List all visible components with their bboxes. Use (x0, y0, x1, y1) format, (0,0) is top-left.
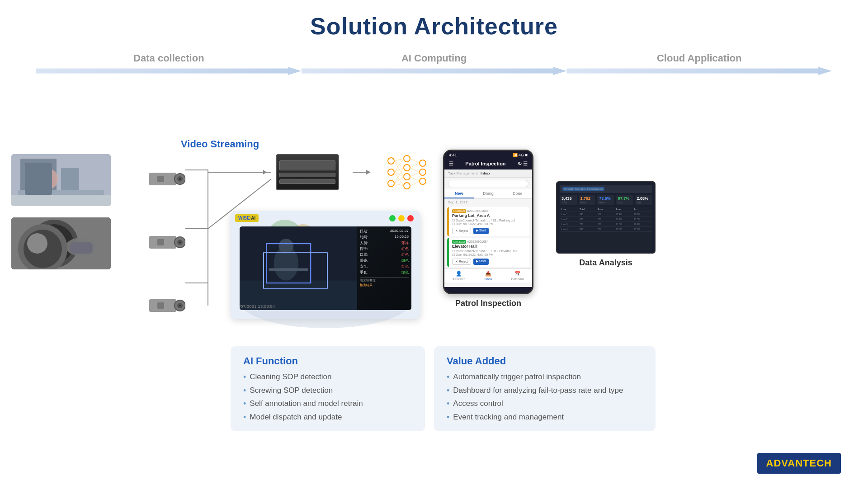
ai-function-item-2: Screwing SOP detection (243, 386, 412, 396)
svg-line-51 (394, 161, 404, 168)
server-unit (276, 154, 339, 190)
svg-rect-29 (157, 302, 164, 309)
cameras-column (149, 159, 185, 326)
svg-line-61 (410, 163, 420, 168)
metric-fail: 2.08% Fail (635, 195, 652, 205)
neural-network-icon (384, 152, 429, 193)
camera-3 (149, 285, 185, 326)
svg-line-58 (394, 177, 404, 184)
mobile-app-header: ☰ Patrol Inspection ↻ ☰ (444, 159, 532, 170)
svg-rect-24 (157, 239, 164, 245)
svg-rect-19 (157, 176, 164, 182)
metric-rate-label: Rate (599, 201, 613, 204)
mobile-header-icons: ↻ ☰ (518, 161, 528, 167)
svg-rect-2 (25, 163, 34, 177)
video-screen: 09/07/2021 13:08:54 日期:2020-02-07 时间:15:… (240, 226, 411, 310)
server-slot-2 (279, 173, 335, 177)
value-added-section: Value Added Automatically trigger patrol… (434, 346, 656, 431)
camera-1 (149, 159, 185, 199)
card1-start-btn[interactable]: ▶ Start (473, 228, 489, 234)
svg-rect-1 (20, 159, 57, 199)
value-added-list: Automatically trigger patrol inspection … (447, 372, 643, 422)
dot-green (389, 215, 396, 221)
mobile-date: Sep 1, 2022 (444, 199, 532, 206)
arrow-ai-computing: AI Computing (302, 52, 567, 75)
mobile-search-bar[interactable] (448, 180, 528, 187)
arrow-to-neural (353, 165, 371, 179)
card1-title: Parking Lot_Area A (452, 213, 526, 218)
metric-fail-val: 2.08% (637, 196, 650, 201)
dash-row-header: Line Total Pass Rate Acc (560, 207, 652, 212)
photos-column (11, 154, 111, 269)
card2-due: ☐ Due: 9/1/2022, 4:00:00 PM (452, 253, 526, 257)
svg-rect-7 (11, 195, 111, 206)
card2-sub: ☐ DataConnect-Tenant / ... / B1 / Elevat… (452, 250, 526, 253)
server-slot-3 (279, 179, 335, 184)
data-analysis-label: Data Analysis (579, 258, 632, 268)
metric-rate-val: 73.5% (599, 196, 613, 201)
svg-point-47 (420, 160, 426, 166)
arrow-bar-3 (566, 67, 832, 75)
mobile-body: Task Management Inbox New Doing Done Sep… (444, 170, 532, 287)
arrow-bar-2 (302, 67, 567, 75)
svg-point-41 (388, 169, 394, 175)
camera-2 (149, 222, 185, 263)
ai-function-item-1: Cleaning SOP detection (243, 372, 412, 382)
mobile-menu-icon: ☰ (449, 161, 453, 167)
metric-acc-label: Acc (618, 201, 632, 204)
nav-calendar[interactable]: 📅 Calendar (503, 271, 532, 281)
photo-industrial (11, 154, 111, 206)
ai-computing-label: AI Computing (401, 52, 467, 64)
photo1-placeholder (11, 154, 111, 206)
svg-point-18 (179, 178, 181, 180)
video-frame-container: WISE·AI (231, 211, 420, 319)
svg-point-71 (278, 239, 293, 254)
svg-line-64 (410, 177, 420, 181)
card1-reject-btn[interactable]: ✕ Reject (452, 228, 471, 234)
card2-start-btn[interactable]: ▶ Start (473, 259, 489, 265)
metric-acc: 97.7% Acc (616, 195, 633, 205)
svg-point-23 (179, 241, 181, 243)
card2-reject-btn[interactable]: ✕ Reject (452, 259, 471, 265)
photo-wheel (11, 217, 111, 269)
card2-title: Elevator Hall (452, 244, 526, 249)
nav-inbox[interactable]: 📥 Inbox (474, 271, 503, 281)
wise-badge: WISE·AI (235, 214, 259, 222)
patrol-section: 4:41 📶 4G ■ ☰ Patrol Inspection ↻ ☰ Task… (443, 150, 533, 308)
value-item-4: Event tracking and management (447, 413, 643, 423)
metric-pass-label: Pass (580, 201, 594, 204)
metric-total: 3,435 Total (560, 195, 577, 205)
logo-suffix: VANTECH (781, 457, 832, 469)
svg-text:09/07/2021 13:08:54: 09/07/2021 13:08:54 (240, 304, 275, 309)
tab-doing[interactable]: Doing (474, 189, 503, 198)
arrow-cloud-app: Cloud Application (566, 52, 832, 75)
patrol-label: Patrol Inspection (455, 299, 521, 308)
video-streaming-label: Video Streaming (181, 138, 259, 150)
tab-done[interactable]: Done (503, 189, 532, 198)
photo2-placeholder (11, 217, 111, 269)
svg-point-48 (420, 169, 426, 175)
dash-row-1: Line 1 845 612 72.4% 98.1% (560, 212, 652, 217)
page-title: Solution Architecture (0, 0, 868, 40)
tab-new[interactable]: New (444, 189, 474, 198)
dash-table: Line Total Pass Rate Acc Line 1 845 612 … (560, 207, 652, 250)
ai-function-item-4: Model dispatch and update (243, 413, 412, 423)
video-streaming-section: Video Streaming (181, 138, 259, 152)
metric-total-val: 3,435 (561, 196, 575, 201)
video-main-area: 09/07/2021 13:08:54 (240, 226, 357, 310)
advantech-logo: ADVANTECH (757, 453, 841, 474)
svg-line-62 (410, 168, 420, 172)
nav-assignee[interactable]: 👤 Assignee (444, 271, 474, 281)
value-item-1: Automatically trigger patrol inspection (447, 372, 643, 382)
svg-point-6 (42, 169, 58, 189)
video-info-panel: 日期:2020-02-07 时间:15:05:26 人员:张祥 帽子:红色 口罩… (357, 226, 411, 310)
svg-point-44 (404, 165, 410, 171)
svg-point-49 (420, 178, 426, 184)
video-section: WISE·AI (231, 211, 420, 327)
metric-rate: 73.5% Rate (597, 195, 614, 205)
card2-id: UNREAD A20220901084 (452, 240, 526, 243)
mobile-tabs: New Doing Done (444, 189, 532, 199)
data-analysis-section: Overall Production Performance 3,435 Tot… (556, 181, 656, 268)
mobile-card-2: UNREAD A20220901084 Elevator Hall ☐ Data… (447, 238, 529, 267)
dash-row-4: Line 4 890 650 73.0% 97.8% (560, 227, 652, 232)
